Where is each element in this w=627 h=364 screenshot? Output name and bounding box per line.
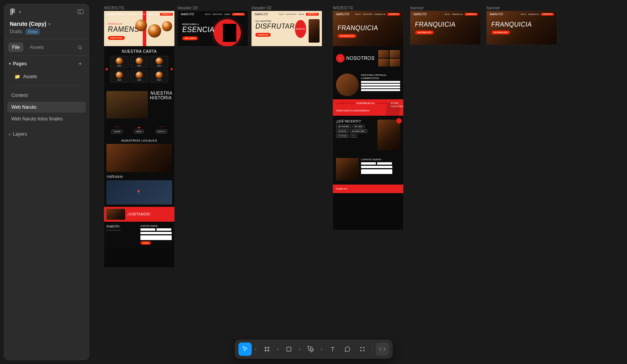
menu-heading: NUESTRA CARTA xyxy=(104,49,174,54)
banner-cta: INFORMACIÓN xyxy=(491,30,510,34)
frame-label[interactable]: banner xyxy=(410,5,424,10)
assets-label: Assets xyxy=(23,74,37,79)
nav: INICIONOSOTROSCARTAFRANQUICIA xyxy=(120,13,158,15)
svg-point-18 xyxy=(363,350,364,351)
frame-icon xyxy=(263,346,270,353)
layers-label: Layers xyxy=(13,131,27,137)
cta: VER CARTA xyxy=(182,36,198,40)
ventaja-title: NUESTRA VENTAJA COMPETITIVA xyxy=(361,74,400,80)
frame-banner-1[interactable]: NARUTOINICIOFRANQUICIACONTACTO FRANQUICI… xyxy=(410,11,481,45)
frame-header-03[interactable]: NARUTOINICIONOSOTROSCARTACONTACTO REDESC… xyxy=(178,11,248,46)
panel-tabs: File Assets xyxy=(4,39,89,56)
text-icon xyxy=(329,346,336,353)
svg-point-15 xyxy=(360,347,361,348)
brand-logo: NARUTO xyxy=(107,13,121,16)
divider xyxy=(10,86,83,86)
plan-badge[interactable]: Free xyxy=(25,29,40,35)
banner-cta: INFORMACIÓN xyxy=(415,30,434,34)
layers-section-header[interactable]: ▸ Layers xyxy=(4,127,89,141)
actions-tool[interactable] xyxy=(356,342,369,356)
svg-line-4 xyxy=(81,48,82,49)
pen-tool-chevron[interactable]: ▾ xyxy=(319,342,324,356)
footer-logo: NARUTO xyxy=(106,225,138,228)
hero-title: FRANQUICIA xyxy=(337,24,379,32)
page-item-web-naruto[interactable]: Web Naruto xyxy=(7,102,86,113)
pen-tool[interactable] xyxy=(304,342,317,356)
tab-file[interactable]: File xyxy=(8,43,23,52)
chevron-down-icon: ▾ xyxy=(19,10,21,14)
move-tool-chevron[interactable]: ▾ xyxy=(253,342,259,356)
figma-logo-icon xyxy=(9,8,16,15)
nav-cta: CONTACTO xyxy=(160,13,173,16)
frame-banner-2[interactable]: NARUTOINICIOFRANQUICIACONTACTO FRANQUICI… xyxy=(487,11,557,45)
bottom-toolbar: ▾ ▾ ▾ ▾ xyxy=(235,340,392,359)
page-item-web-naruto-fotos[interactable]: Web Naruto fotos finales xyxy=(7,113,86,124)
frame-label[interactable]: Header 02 xyxy=(252,5,271,10)
page-item-content[interactable]: Content xyxy=(7,90,86,101)
pen-icon xyxy=(307,346,314,353)
main-menu-button[interactable]: ▾ xyxy=(9,8,21,15)
assets-icon: 📁 xyxy=(14,74,20,79)
nosotros-title: NOSOTROS xyxy=(346,55,377,61)
svg-rect-11 xyxy=(287,347,291,351)
frame-label[interactable]: Header 03 xyxy=(178,5,198,10)
search-icon xyxy=(77,45,83,50)
svg-point-12 xyxy=(310,348,311,350)
shape-tool[interactable] xyxy=(282,342,295,356)
tab-assets[interactable]: Assets xyxy=(26,43,48,52)
text-tool[interactable] xyxy=(326,342,339,356)
frame-header-02[interactable]: NARUTOINICIONOSOTROSCARTACONTACTO UN LUG… xyxy=(252,11,322,46)
hero-cta: PIDE AHORA xyxy=(108,36,125,40)
canvas[interactable]: WEBSITE Header 03 Header 02 WEBSITE bann… xyxy=(94,0,627,364)
title: DISFRUTAR xyxy=(255,22,295,30)
toggle-panels-button[interactable] xyxy=(77,8,84,15)
dev-mode-toggle[interactable] xyxy=(375,342,389,356)
frame-website-2[interactable]: NARUTOINICIONOSOTROSFRANQUICIACONTACTO F… xyxy=(333,11,403,230)
pages-label: Pages xyxy=(13,61,27,66)
assets-page-item[interactable]: 📁 Assets xyxy=(4,72,89,82)
frame-label[interactable]: WEBSITE xyxy=(104,5,125,10)
file-header: Naruto (Copy) ▾ Drafts Free xyxy=(4,19,89,39)
shape-tool-chevron[interactable]: ▾ xyxy=(297,342,302,356)
title: ESENCIA xyxy=(182,25,215,34)
svg-point-3 xyxy=(78,46,81,49)
code-icon xyxy=(379,346,386,353)
file-title: Naruto (Copy) xyxy=(10,21,46,27)
frame-website-1[interactable]: NARUTO INICIONOSOTROSCARTAFRANQUICIA CON… xyxy=(104,11,174,267)
toolbar-separator xyxy=(372,344,372,354)
plus-icon xyxy=(77,61,83,66)
left-sidebar: ▾ Naruto (Copy) ▾ Drafts Free File Asset… xyxy=(4,4,89,360)
frame-label[interactable]: WEBSITE xyxy=(333,5,354,10)
svg-point-16 xyxy=(363,347,364,348)
visitanos-title: VISÍTANOS xyxy=(106,175,172,179)
file-title-button[interactable]: Naruto (Copy) ▾ xyxy=(10,21,83,27)
locales-title: NUESTROS LOCALES xyxy=(104,139,174,142)
frame-tool[interactable] xyxy=(260,342,273,356)
comment-icon xyxy=(344,346,351,353)
comment-tool[interactable] xyxy=(341,342,354,356)
frame-tool-chevron[interactable]: ▾ xyxy=(275,342,280,356)
contact-title: CONTÁCTANOS xyxy=(140,225,172,227)
banner-title: FRANQUICIA xyxy=(491,20,557,28)
frame-label[interactable]: banner xyxy=(487,5,500,10)
rectangle-icon xyxy=(285,346,292,353)
pages-section-header[interactable]: ▾Pages xyxy=(4,56,89,72)
add-page-button[interactable] xyxy=(76,60,84,68)
need-title: ¿QUÉ NECESITO? xyxy=(336,120,375,123)
svg-rect-1 xyxy=(78,10,83,14)
file-location[interactable]: Drafts xyxy=(10,29,22,34)
search-button[interactable] xyxy=(75,42,85,52)
chevron-down-icon: ▾ xyxy=(9,62,11,66)
cursor-icon xyxy=(241,346,248,353)
contact-title: CONTÁCTANOS xyxy=(361,158,400,161)
historia-title: NUESTRA HISTORIA xyxy=(150,91,173,100)
chevron-down-icon: ▾ xyxy=(49,22,50,26)
svg-point-17 xyxy=(360,350,361,351)
banner-title: FRANQUICIA xyxy=(415,20,481,28)
move-tool[interactable] xyxy=(238,342,252,356)
page-list: Content Web Naruto Web Naruto fotos fina… xyxy=(4,90,89,127)
hero-title: RAMENS xyxy=(108,25,140,34)
chevron-right-icon: ▸ xyxy=(9,132,11,136)
hero-cta: INFORMACIÓN xyxy=(338,34,356,38)
actions-icon xyxy=(359,346,366,353)
